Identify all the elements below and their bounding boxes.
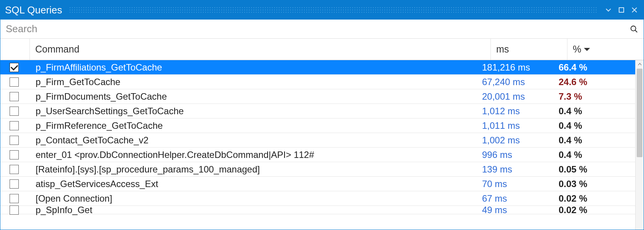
ms-text: 1,011 ms: [482, 120, 520, 131]
command-text: [Open Connection]: [36, 193, 112, 204]
maximize-icon[interactable]: [617, 5, 626, 15]
titlebar[interactable]: SQL Queries: [0, 0, 644, 20]
header-ms[interactable]: ms: [490, 39, 567, 60]
pct-text: 0.4 %: [559, 135, 582, 145]
command-text: p_FirmDocuments_GetToCache: [36, 91, 167, 102]
table-row[interactable]: p_FirmReference_GetToCache1,011 ms0.4 %: [0, 118, 635, 133]
sort-desc-icon: [584, 47, 590, 52]
ms-text: 20,001 ms: [482, 91, 525, 102]
table-row[interactable]: p_UserSearchSettings_GetToCache1,012 ms0…: [0, 104, 635, 118]
command-text: p_FirmAffiliations_GetToCache: [36, 62, 162, 72]
table-row[interactable]: p_SpInfo_Get49 ms0.02 %: [0, 206, 635, 214]
row-checkbox[interactable]: [10, 92, 19, 101]
row-checkbox[interactable]: [10, 194, 19, 203]
table-row[interactable]: p_Firm_GetToCache67,240 ms24.6 %: [0, 75, 635, 89]
table-row[interactable]: atisp_GetServicesAccess_Ext70 ms0.03 %: [0, 177, 635, 191]
svg-rect-0: [619, 8, 624, 12]
ms-text: 1,012 ms: [482, 106, 520, 116]
command-text: p_FirmReference_GetToCache: [36, 120, 163, 131]
search-bar: [0, 20, 644, 39]
table-body-wrap: p_FirmAffiliations_GetToCache181,216 ms6…: [0, 60, 644, 230]
command-text: p_Firm_GetToCache: [36, 77, 120, 87]
row-checkbox[interactable]: [10, 205, 19, 215]
table-row[interactable]: p_Contact_GetToCache_v21,002 ms0.4 %: [0, 133, 635, 148]
ms-text: 67,240 ms: [482, 77, 525, 87]
command-text: p_UserSearchSettings_GetToCache: [36, 106, 184, 116]
pct-text: 0.4 %: [559, 120, 582, 131]
row-checkbox[interactable]: [10, 63, 19, 72]
table-row[interactable]: enter_01 <prov.DbConnectionHelper.Create…: [0, 148, 635, 162]
command-text: enter_01 <prov.DbConnectionHelper.Create…: [36, 150, 314, 160]
ms-text: 996 ms: [482, 150, 512, 160]
row-checkbox[interactable]: [10, 179, 19, 189]
header-percent[interactable]: %: [567, 39, 644, 60]
dropdown-icon[interactable]: [604, 5, 613, 15]
pct-text: 0.03 %: [559, 179, 587, 189]
pct-text: 0.02 %: [559, 205, 587, 215]
row-checkbox[interactable]: [10, 150, 19, 159]
row-checkbox[interactable]: [10, 136, 19, 145]
row-checkbox[interactable]: [10, 121, 19, 130]
pct-text: 0.05 %: [559, 164, 587, 174]
scroll-up-icon[interactable]: [637, 60, 642, 69]
ms-text: 1,002 ms: [482, 135, 520, 145]
header-command[interactable]: Command: [29, 39, 490, 60]
table-row[interactable]: [Rateinfo].[sys].[sp_procedure_params_10…: [0, 162, 635, 177]
scrollbar[interactable]: [635, 60, 644, 230]
pct-text: 24.6 %: [559, 77, 587, 87]
ms-text: 49 ms: [482, 205, 507, 215]
search-input[interactable]: [0, 20, 624, 38]
row-checkbox[interactable]: [10, 77, 19, 87]
panel-title: SQL Queries: [5, 4, 62, 16]
pct-text: 0.4 %: [559, 150, 582, 160]
command-text: p_Contact_GetToCache_v2: [36, 135, 149, 145]
table-row[interactable]: p_FirmDocuments_GetToCache20,001 ms7.3 %: [0, 89, 635, 104]
pct-text: 0.4 %: [559, 106, 582, 116]
row-checkbox[interactable]: [10, 165, 19, 174]
command-text: atisp_GetServicesAccess_Ext: [36, 179, 158, 189]
scroll-track[interactable]: [636, 69, 644, 230]
table-body: p_FirmAffiliations_GetToCache181,216 ms6…: [0, 60, 635, 230]
svg-point-1: [631, 26, 636, 31]
row-checkbox[interactable]: [10, 107, 19, 116]
table-header: Command ms %: [0, 39, 644, 60]
close-icon[interactable]: [630, 5, 639, 15]
sql-queries-panel: SQL Queries Command ms % p_FirmAffiliati…: [0, 0, 644, 230]
ms-text: 67 ms: [482, 193, 507, 204]
pct-text: 0.02 %: [559, 193, 587, 204]
ms-text: 70 ms: [482, 179, 507, 189]
command-text: [Rateinfo].[sys].[sp_procedure_params_10…: [36, 164, 260, 174]
scroll-thumb[interactable]: [637, 69, 642, 157]
command-text: p_SpInfo_Get: [36, 205, 92, 215]
table-row[interactable]: p_FirmAffiliations_GetToCache181,216 ms6…: [0, 60, 635, 75]
ms-text: 139 ms: [482, 164, 512, 174]
ms-text: 181,216 ms: [482, 62, 530, 72]
titlebar-grip[interactable]: [69, 7, 597, 13]
search-icon[interactable]: [624, 20, 644, 38]
table-row[interactable]: [Open Connection]67 ms0.02 %: [0, 191, 635, 206]
pct-text: 7.3 %: [559, 91, 582, 102]
pct-text: 66.4 %: [559, 62, 587, 72]
